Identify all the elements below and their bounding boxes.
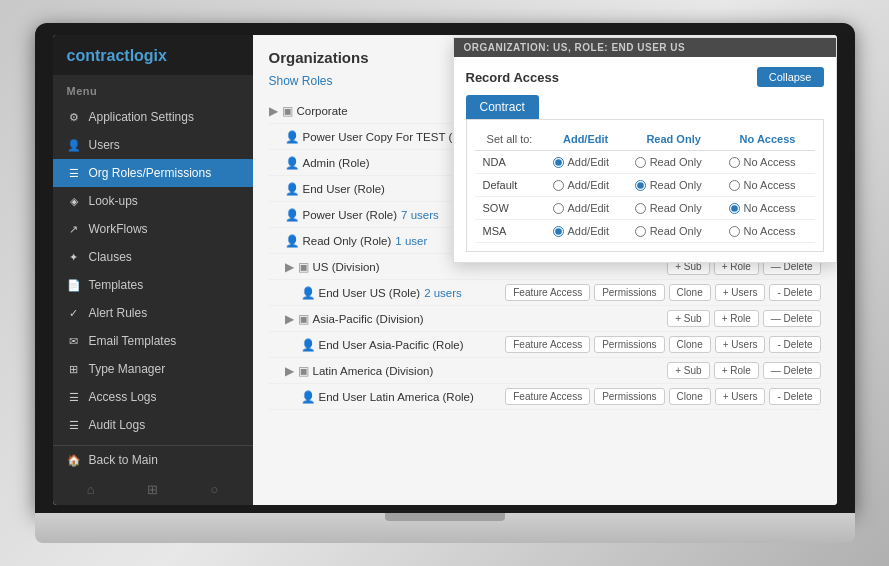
person-icon: 👤 — [285, 234, 299, 248]
tree-item-label: Read Only (Role) — [303, 235, 392, 247]
no-access-cell[interactable]: No Access — [721, 197, 815, 220]
feature-access-button[interactable]: Feature Access — [505, 336, 590, 353]
read-only-radio[interactable] — [635, 203, 646, 214]
popup-title: Record Access — [466, 70, 559, 85]
add-edit-header[interactable]: Add/Edit — [545, 128, 627, 151]
user-count-link[interactable]: 7 users — [401, 209, 439, 221]
no-access-cell[interactable]: No Access — [721, 220, 815, 243]
read-only-cell[interactable]: Read Only — [627, 197, 721, 220]
tree-item-label: Power User (Role) — [303, 209, 398, 221]
sidebar-item-workflows[interactable]: ↗ WorkFlows — [53, 215, 253, 243]
add-edit-cell[interactable]: Add/Edit — [545, 174, 627, 197]
read-only-cell[interactable]: Read Only — [627, 220, 721, 243]
add-users-button[interactable]: + Users — [715, 284, 766, 301]
home-bottom-icon: ⌂ — [87, 482, 95, 497]
folder-icon: ▣ — [298, 260, 309, 274]
delete-button[interactable]: — Delete — [763, 362, 821, 379]
access-table: Set all to: Add/Edit Read Only No Access — [475, 128, 815, 243]
person-icon: 👤 — [301, 286, 315, 300]
sidebar-item-clauses[interactable]: ✦ Clauses — [53, 243, 253, 271]
no-access-cell[interactable]: No Access — [721, 151, 815, 174]
sidebar-item-org-roles[interactable]: ☰ Org Roles/Permissions — [53, 159, 253, 187]
read-only-radio[interactable] — [635, 157, 646, 168]
tree-item-label: End User (Role) — [303, 183, 385, 195]
row-name: Default — [475, 174, 545, 197]
home-icon: 🏠 — [67, 454, 81, 467]
sidebar-item-users[interactable]: 👤 Users — [53, 131, 253, 159]
user-count-link[interactable]: 2 users — [424, 287, 462, 299]
email-icon: ✉ — [67, 335, 81, 348]
type-icon: ⊞ — [67, 363, 81, 376]
sidebar-item-access-logs[interactable]: ☰ Access Logs — [53, 383, 253, 411]
no-access-radio[interactable] — [729, 157, 740, 168]
add-edit-cell[interactable]: Add/Edit — [545, 220, 627, 243]
menu-label: Menu — [53, 75, 253, 103]
no-access-cell[interactable]: No Access — [721, 174, 815, 197]
tree-row-end-user-la: 👤 End User Latin America (Role) Feature … — [269, 384, 821, 410]
clone-button[interactable]: Clone — [669, 388, 711, 405]
sidebar-item-type-manager[interactable]: ⊞ Type Manager — [53, 355, 253, 383]
record-access-popup: ORGANIZATION: US, ROLE: END USER US Reco… — [453, 37, 837, 263]
role-button[interactable]: + Role — [714, 362, 759, 379]
read-only-cell[interactable]: Read Only — [627, 151, 721, 174]
no-access-radio[interactable] — [729, 203, 740, 214]
clone-button[interactable]: Clone — [669, 336, 711, 353]
sub-button[interactable]: + Sub — [667, 362, 709, 379]
read-only-header[interactable]: Read Only — [627, 128, 721, 151]
tree-row-asia-pacific: ▶ ▣ Asia-Pacific (Division) + Sub + Role… — [269, 306, 821, 332]
add-edit-cell[interactable]: Add/Edit — [545, 197, 627, 220]
read-only-cell[interactable]: Read Only — [627, 174, 721, 197]
sidebar-item-app-settings[interactable]: ⚙ Application Settings — [53, 103, 253, 131]
delete-button[interactable]: — Delete — [763, 310, 821, 327]
delete-button[interactable]: - Delete — [769, 388, 820, 405]
add-edit-cell[interactable]: Add/Edit — [545, 151, 627, 174]
sidebar-back-label: Back to Main — [89, 453, 158, 467]
sidebar-item-back-to-main[interactable]: 🏠 Back to Main — [53, 446, 253, 474]
tree-row-latin-america: ▶ ▣ Latin America (Division) + Sub + Rol… — [269, 358, 821, 384]
person-icon: 👤 — [285, 130, 299, 144]
user-count-link[interactable]: 1 user — [395, 235, 427, 247]
sidebar-bottom-icons: ⌂ ⊞ ○ — [53, 474, 253, 505]
sub-button[interactable]: + Sub — [667, 310, 709, 327]
access-row-sow: SOW Add/Edit Read Only No Access — [475, 197, 815, 220]
expand-icon: ▶ — [285, 364, 294, 378]
delete-button[interactable]: - Delete — [769, 336, 820, 353]
no-access-radio[interactable] — [729, 226, 740, 237]
read-only-radio[interactable] — [635, 226, 646, 237]
read-only-radio[interactable] — [635, 180, 646, 191]
role-button[interactable]: + Role — [714, 310, 759, 327]
add-edit-radio[interactable] — [553, 226, 564, 237]
app-logo: contractlogix — [67, 47, 239, 65]
add-users-button[interactable]: + Users — [715, 336, 766, 353]
no-access-radio[interactable] — [729, 180, 740, 191]
tree-item-label: US (Division) — [313, 261, 380, 273]
add-users-button[interactable]: + Users — [715, 388, 766, 405]
no-access-header[interactable]: No Access — [721, 128, 815, 151]
add-edit-radio[interactable] — [553, 180, 564, 191]
permissions-button[interactable]: Permissions — [594, 388, 664, 405]
add-edit-radio[interactable] — [553, 203, 564, 214]
sidebar-item-templates[interactable]: 📄 Templates — [53, 271, 253, 299]
add-edit-radio[interactable] — [553, 157, 564, 168]
folder-icon: ▣ — [282, 104, 293, 118]
access-row-nda: NDA Add/Edit Read Only No Access — [475, 151, 815, 174]
audit-icon: ☰ — [67, 419, 81, 432]
set-all-label: Set all to: — [475, 128, 545, 151]
delete-button[interactable]: - Delete — [769, 284, 820, 301]
workflow-icon: ↗ — [67, 223, 81, 236]
clauses-icon: ✦ — [67, 251, 81, 264]
permissions-button[interactable]: Permissions — [594, 284, 664, 301]
access-table-container: Set all to: Add/Edit Read Only No Access — [466, 119, 824, 252]
sidebar-item-email-templates[interactable]: ✉ Email Templates — [53, 327, 253, 355]
sidebar-item-audit-logs[interactable]: ☰ Audit Logs — [53, 411, 253, 439]
sidebar-item-alert-rules[interactable]: ✓ Alert Rules — [53, 299, 253, 327]
person-icon: 👤 — [285, 182, 299, 196]
collapse-button[interactable]: Collapse — [757, 67, 824, 87]
permissions-button[interactable]: Permissions — [594, 336, 664, 353]
feature-access-button[interactable]: Feature Access — [505, 388, 590, 405]
feature-access-button[interactable]: Feature Access — [505, 284, 590, 301]
contract-tab[interactable]: Contract — [466, 95, 539, 119]
sidebar-item-lookups[interactable]: ◈ Look-ups — [53, 187, 253, 215]
person-icon: 👤 — [301, 390, 315, 404]
clone-button[interactable]: Clone — [669, 284, 711, 301]
